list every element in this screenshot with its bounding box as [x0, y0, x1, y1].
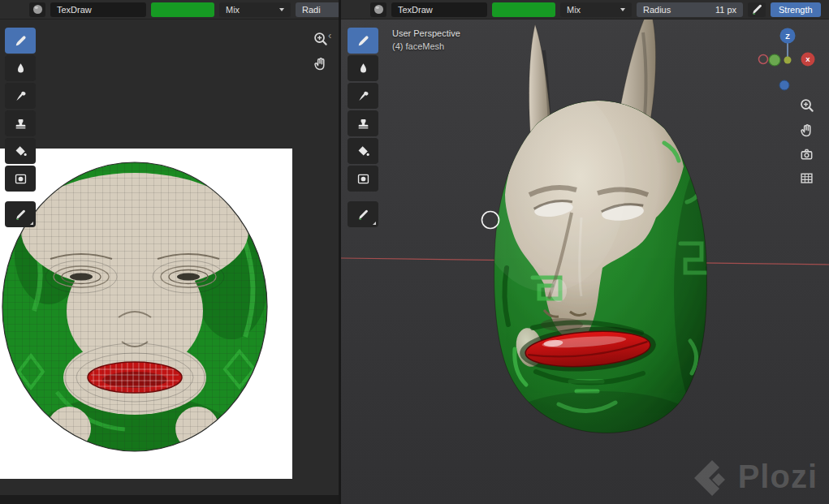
pressure-pen-icon[interactable] — [748, 2, 766, 17]
uv-unwrapped-face-mesh — [0, 149, 292, 479]
tool-annotate[interactable] — [5, 201, 36, 227]
uv-image-editor-panel: TexDraw Mix Radi — [0, 0, 339, 504]
tool-clone[interactable] — [348, 110, 378, 136]
tool-mask[interactable] — [348, 166, 378, 192]
tool-soften[interactable] — [348, 55, 378, 81]
navigation-gizmo[interactable]: Z X — [751, 27, 824, 96]
editor-bottom-strip — [0, 495, 339, 504]
tool-mask[interactable] — [5, 166, 36, 192]
radius-label: Radius — [643, 5, 671, 15]
tool-soften[interactable] — [5, 55, 36, 81]
chevron-down-icon — [279, 8, 284, 11]
pan-hand-icon[interactable] — [797, 120, 815, 138]
tool-draw[interactable] — [5, 28, 36, 54]
brush-datablock-icon[interactable] — [370, 2, 386, 17]
gizmo-x-label: X — [805, 56, 810, 63]
strength-button[interactable]: Strength — [771, 2, 821, 17]
brush-name-field[interactable]: TexDraw — [50, 2, 146, 17]
tool-expand-corner-icon — [30, 222, 33, 225]
blend-mode-label: Mix — [226, 5, 240, 15]
brush-name-field[interactable]: TexDraw — [391, 2, 487, 17]
blend-mode-dropdown[interactable]: Mix — [219, 2, 291, 17]
zoom-icon[interactable] — [797, 96, 815, 114]
blend-mode-dropdown[interactable]: Mix — [560, 2, 632, 17]
tool-smear[interactable] — [5, 83, 36, 109]
tool-fill[interactable] — [348, 138, 378, 164]
watermark: Plozi — [691, 457, 818, 496]
watermark-text: Plozi — [738, 459, 818, 495]
gizmo-neg-x-axis[interactable] — [759, 55, 768, 64]
brush-datablock-icon[interactable] — [29, 2, 45, 17]
blend-mode-label: Mix — [567, 5, 581, 15]
tool-draw[interactable] — [348, 28, 378, 54]
viewport-header: TexDraw Mix Radius 11 px Strength — [341, 0, 829, 19]
tool-expand-corner-icon — [373, 222, 376, 225]
tool-annotate[interactable] — [348, 201, 378, 227]
active-object-label: (4) faceMesh — [392, 40, 460, 53]
uv-image-canvas[interactable] — [0, 149, 292, 479]
tool-fill[interactable] — [5, 138, 36, 164]
gizmo-neg-z-axis[interactable] — [779, 80, 789, 90]
tool-clone[interactable] — [5, 110, 36, 136]
brush-color-swatch[interactable] — [151, 2, 214, 17]
brush-cursor — [482, 212, 499, 229]
brush-color-swatch[interactable] — [492, 2, 555, 17]
gizmo-y-axis[interactable] — [769, 54, 780, 66]
blender-app-window: TexDraw Mix Radi — [0, 0, 829, 504]
radius-label: Radi — [302, 5, 321, 15]
pan-hand-icon[interactable] — [311, 54, 329, 71]
tool-smear[interactable] — [348, 83, 378, 109]
view-perspective-label: User Perspective — [392, 27, 460, 40]
gizmo-neg-y-axis[interactable] — [784, 57, 792, 64]
radius-value: 11 px — [715, 5, 736, 15]
radius-slider[interactable]: Radius 11 px — [637, 2, 743, 17]
collapse-arrow-icon[interactable]: ‹ — [328, 29, 331, 41]
radius-slider-truncated[interactable]: Radi — [296, 2, 339, 17]
zoom-icon[interactable] — [311, 29, 329, 47]
grid-view-icon[interactable] — [797, 169, 815, 187]
gizmo-z-label: Z — [785, 32, 790, 41]
viewport-info: User Perspective (4) faceMesh — [392, 27, 460, 53]
viewport-3d-panel: TexDraw Mix Radius 11 px Strength User P… — [341, 0, 829, 504]
camera-view-icon[interactable] — [797, 144, 815, 162]
watermark-logo-icon — [691, 457, 730, 496]
uv-editor-header: TexDraw Mix Radi — [0, 0, 339, 19]
chevron-down-icon — [620, 8, 625, 11]
